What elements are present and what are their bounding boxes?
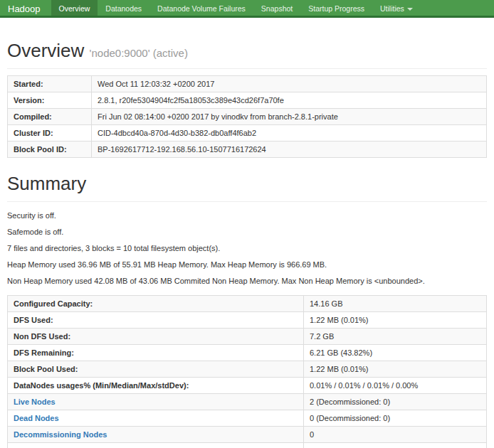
row-label: Configured Capacity: xyxy=(8,296,304,312)
table-row: Configured Capacity: 14.16 GB xyxy=(8,296,487,312)
table-row: DFS Remaining: 6.21 GB (43.82%) xyxy=(8,345,487,361)
tab-snapshot[interactable]: Snapshot xyxy=(253,0,300,16)
row-label: DFS Used: xyxy=(8,312,304,329)
dead-nodes-link[interactable]: Dead Nodes xyxy=(14,414,59,422)
table-row: Cluster ID: CID-4dbcd40a-870d-4d30-b382-… xyxy=(8,125,487,142)
tab-utilities-dropdown[interactable]: Utilities xyxy=(372,0,421,16)
row-label: Block Pool ID: xyxy=(8,142,92,158)
tab-datanode-volume-failures[interactable]: Datanode Volume Failures xyxy=(149,0,253,16)
row-value: CID-4dbcd40a-870d-4d30-b382-db0aff4f6ab2 xyxy=(92,125,487,142)
table-row: Dead Nodes 0 (Decommissioned: 0) xyxy=(8,410,487,427)
row-value: 0 (0 B) xyxy=(304,443,487,448)
brand-hadoop[interactable]: Hadoop xyxy=(0,0,51,16)
chevron-down-icon xyxy=(407,8,413,11)
hadoop-namenode-page: Hadoop Overview Datanodes Datanode Volum… xyxy=(0,0,494,448)
overview-info-table: Started: Wed Oct 11 12:03:32 +0200 2017 … xyxy=(7,75,487,158)
filesystem-objects-summary: 7 files and directories, 3 blocks = 10 t… xyxy=(7,242,487,255)
row-value: 0.01% / 0.01% / 0.01% / 0.00% xyxy=(304,378,487,394)
row-value: 0 xyxy=(304,427,487,443)
table-row: Block Pool ID: BP-1692617712-192.168.56.… xyxy=(8,142,487,158)
row-label: Cluster ID: xyxy=(8,125,92,142)
overview-title: Overview 'node0:9000' (active) xyxy=(7,40,487,62)
row-value: 2.8.1, r20fe5304904fc2f5a18053c389e43cd2… xyxy=(92,92,487,109)
tab-overview[interactable]: Overview xyxy=(51,0,98,16)
row-label: Compiled: xyxy=(8,109,92,125)
summary-table: Configured Capacity: 14.16 GB DFS Used: … xyxy=(7,295,487,448)
summary-divider xyxy=(7,201,487,202)
tab-datanodes[interactable]: Datanodes xyxy=(98,0,149,16)
row-value: Wed Oct 11 12:03:32 +0200 2017 xyxy=(92,76,487,92)
row-value: 14.16 GB xyxy=(304,296,487,312)
row-value: 0 (Decommissioned: 0) xyxy=(304,410,487,427)
row-label: Block Pool Used: xyxy=(8,361,304,378)
summary-title: Summary xyxy=(7,173,487,195)
namenode-address-status: 'node0:9000' (active) xyxy=(90,47,188,59)
table-row: Block Pool Used: 1.22 MB (0.01%) xyxy=(8,361,487,378)
tab-utilities-label: Utilities xyxy=(380,4,404,13)
row-value: BP-1692617712-192.168.56.10-150771617262… xyxy=(92,142,487,158)
row-label: Started: xyxy=(8,76,92,92)
row-label: Non DFS Used: xyxy=(8,329,304,345)
table-row: Total Datanode Volume Failures 0 (0 B) xyxy=(8,443,487,448)
row-label: DataNodes usages% (Min/Median/Max/stdDev… xyxy=(8,378,304,394)
row-value: Fri Jun 02 08:14:00 +0200 2017 by vinodk… xyxy=(92,109,487,125)
table-row: Version: 2.8.1, r20fe5304904fc2f5a18053c… xyxy=(8,92,487,109)
overview-divider xyxy=(7,68,487,69)
non-heap-memory-summary: Non Heap Memory used 42.08 MB of 43.06 M… xyxy=(7,275,487,287)
summary-paragraphs: Security is off. Safemode is off. 7 file… xyxy=(7,210,487,287)
tab-startup-progress[interactable]: Startup Progress xyxy=(300,0,372,16)
top-navbar: Hadoop Overview Datanodes Datanode Volum… xyxy=(0,0,494,18)
row-value: 1.22 MB (0.01%) xyxy=(304,312,487,329)
table-row: DFS Used: 1.22 MB (0.01%) xyxy=(8,312,487,329)
overview-title-text: Overview xyxy=(7,40,84,61)
security-status: Security is off. xyxy=(7,210,487,222)
table-row: Non DFS Used: 7.2 GB xyxy=(8,329,487,345)
table-row: Live Nodes 2 (Decommissioned: 0) xyxy=(8,394,487,410)
table-row: DataNodes usages% (Min/Median/Max/stdDev… xyxy=(8,378,487,394)
heap-memory-summary: Heap Memory used 36.96 MB of 55.91 MB He… xyxy=(7,259,487,271)
row-value: 6.21 GB (43.82%) xyxy=(304,345,487,361)
row-label: Version: xyxy=(8,92,92,109)
decommissioning-nodes-link[interactable]: Decommissioning Nodes xyxy=(14,430,107,439)
row-value: 2 (Decommissioned: 0) xyxy=(304,394,487,410)
table-row: Decommissioning Nodes 0 xyxy=(8,427,487,443)
row-value: 1.22 MB (0.01%) xyxy=(304,361,487,378)
row-label: DFS Remaining: xyxy=(8,345,304,361)
table-row: Compiled: Fri Jun 02 08:14:00 +0200 2017… xyxy=(8,109,487,125)
safemode-status: Safemode is off. xyxy=(7,226,487,238)
table-row: Started: Wed Oct 11 12:03:32 +0200 2017 xyxy=(8,76,487,92)
row-value: 7.2 GB xyxy=(304,329,487,345)
live-nodes-link[interactable]: Live Nodes xyxy=(14,398,56,406)
